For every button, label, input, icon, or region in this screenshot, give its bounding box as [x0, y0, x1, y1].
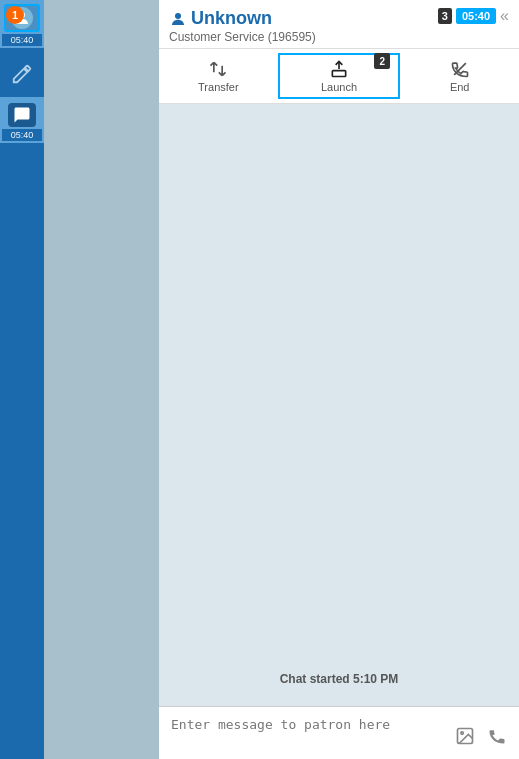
main-chat-area: Unknown Customer Service (196595) 3 05:4… — [159, 0, 519, 759]
message-input[interactable] — [167, 713, 447, 753]
edit-icon — [11, 63, 33, 85]
header-name: Unknown — [191, 8, 272, 29]
chat-header: Unknown Customer Service (196595) 3 05:4… — [159, 0, 519, 49]
transfer-icon — [208, 59, 228, 79]
sidebar-chat-time: 05:40 — [2, 34, 42, 46]
chat-icon — [13, 106, 31, 124]
header-right: 3 05:40 « — [438, 8, 509, 24]
end-label: End — [450, 81, 470, 93]
image-send-button[interactable] — [451, 722, 479, 753]
sidebar-chat-icon-time: 05:40 — [2, 129, 42, 141]
chat-toolbar: Transfer 2 Launch End — [159, 49, 519, 104]
svg-rect-2 — [332, 71, 345, 77]
end-button[interactable]: End — [400, 53, 519, 99]
sidebar-chat-item[interactable]: 05:40 — [0, 0, 44, 49]
phone-icon — [487, 726, 507, 746]
launch-icon — [329, 59, 349, 79]
collapse-button[interactable]: « — [500, 8, 509, 24]
chat-started-label: Chat started 5:10 PM — [169, 672, 509, 686]
left-sidebar: 1 05:40 05:40 — [0, 0, 44, 759]
header-person-icon — [169, 10, 187, 28]
transfer-label: Transfer — [198, 81, 239, 93]
chat-bubble-icon — [8, 103, 36, 127]
phone-button[interactable] — [483, 722, 511, 753]
sidebar-edit-icon-item[interactable] — [0, 55, 44, 93]
launch-badge: 2 — [374, 53, 390, 69]
svg-point-1 — [175, 13, 181, 19]
end-icon — [450, 59, 470, 79]
svg-point-5 — [461, 732, 464, 735]
launch-label: Launch — [321, 81, 357, 93]
header-subtitle: Customer Service (196595) — [169, 30, 316, 44]
header-number-badge: 3 — [438, 8, 452, 24]
launch-button[interactable]: 2 Launch — [278, 53, 401, 99]
header-timer: 05:40 — [456, 8, 496, 24]
image-icon — [455, 726, 475, 746]
chat-messages: Chat started 5:10 PM — [159, 104, 519, 706]
header-name-row: Unknown — [169, 8, 316, 29]
notification-badge: 1 — [6, 6, 24, 24]
header-left: Unknown Customer Service (196595) — [169, 8, 316, 44]
panel-area — [44, 0, 159, 759]
transfer-button[interactable]: Transfer — [159, 53, 278, 99]
chat-input-area — [159, 706, 519, 759]
sidebar-chat-icon-item[interactable]: 05:40 — [0, 97, 44, 143]
